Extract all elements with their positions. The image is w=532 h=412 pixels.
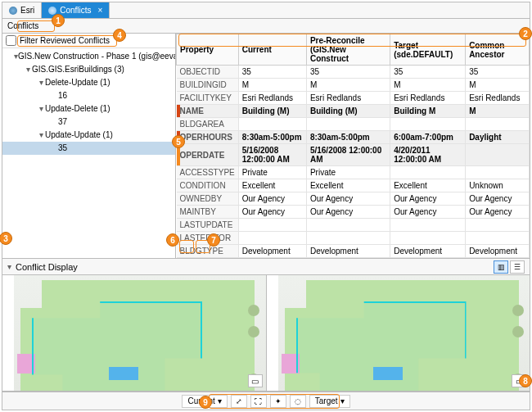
value-cell: Private <box>306 166 390 179</box>
map-right[interactable]: ▭ <box>266 275 530 391</box>
callout-7: 7 <box>207 233 220 247</box>
property-cell: LASTUPDATE <box>177 219 239 232</box>
table-row[interactable]: ACCESSTYPEPrivatePrivate <box>177 166 530 179</box>
value-cell: Our Agency <box>238 206 306 219</box>
value-cell: Esri Redlands <box>390 92 466 105</box>
tree-layer[interactable]: ▾GIS.GIS.EsriBuildings (3) <box>2 63 175 76</box>
value-cell: M <box>306 79 390 92</box>
maps: ▭ ▭ <box>2 275 530 392</box>
value-cell: Building M <box>390 105 466 118</box>
property-cell: OBJECTID <box>177 66 239 79</box>
value-cell <box>390 118 466 131</box>
filter-row: Filter Reviewed Conflicts <box>2 34 175 48</box>
value-cell <box>466 219 530 232</box>
flash-icon[interactable]: ✦ <box>270 395 286 408</box>
table-row[interactable]: FACILITYKEYEsri RedlandsEsri RedlandsEsr… <box>177 92 530 105</box>
value-cell <box>466 144 530 166</box>
value-cell: 5/16/2008 12:00:00 AM <box>306 144 390 166</box>
column-header[interactable]: Pre-Reconcile (GIS.New Construct <box>306 34 390 66</box>
value-cell: M <box>238 79 306 92</box>
callout-1: 1 <box>52 14 65 27</box>
filter-label: Filter Reviewed Conflicts <box>20 36 110 45</box>
value-cell: Our Agency <box>466 192 530 206</box>
table-row[interactable]: LASTUPDATE <box>177 219 530 232</box>
view-toggle-list[interactable]: ☰ <box>510 260 525 274</box>
value-cell <box>390 219 466 232</box>
column-header[interactable]: Property <box>177 34 239 66</box>
value-cell: Our Agency <box>390 206 466 219</box>
conflict-display-header: ▾ Conflict Display ▥ ☰ <box>2 259 530 275</box>
column-header[interactable]: Target (sde.DEFAULT) <box>390 34 466 66</box>
tab-esri[interactable]: Esri <box>2 2 42 18</box>
value-cell: M <box>466 105 530 118</box>
chevron-down-icon[interactable]: ▾ <box>7 262 16 271</box>
value-cell <box>466 232 530 245</box>
tree-leaf[interactable]: 37 <box>2 115 175 129</box>
value-cell: 4/20/2011 12:00:00 AM <box>390 144 466 166</box>
property-cell: FACILITYKEY <box>177 92 239 105</box>
value-cell: Excellent <box>306 179 390 192</box>
property-cell: ACCESSTYPE <box>177 166 239 179</box>
zoom-in-icon[interactable]: ⤢ <box>231 395 247 408</box>
value-cell <box>306 219 390 232</box>
table-row[interactable]: MAINTBYOur AgencyOur AgencyOur AgencyOur… <box>177 206 530 219</box>
map-popup-icon[interactable]: ▭ <box>248 374 263 387</box>
column-header[interactable]: Common Ancestor <box>466 34 530 66</box>
table-row[interactable]: BUILDINGIDMMMM <box>177 79 530 92</box>
value-cell <box>466 166 530 179</box>
table-row[interactable]: OWNEDBYOur AgencyOur AgencyOur AgencyOur… <box>177 192 530 206</box>
clear-icon[interactable]: ◌ <box>290 395 306 408</box>
value-cell: Our Agency <box>306 192 390 206</box>
value-cell: M <box>466 79 530 92</box>
value-cell: M <box>390 79 466 92</box>
chevron-down-icon: ▾ <box>340 396 345 405</box>
value-cell <box>238 219 306 232</box>
globe-icon <box>48 7 56 15</box>
value-cell: Development <box>306 245 390 258</box>
callout-2: 2 <box>519 27 532 40</box>
tree-leaf[interactable]: 16 <box>2 89 175 102</box>
value-cell: Our Agency <box>306 206 390 219</box>
attribute-grid[interactable]: PropertyCurrentPre-Reconcile (GIS.New Co… <box>176 34 530 258</box>
target-dropdown[interactable]: Target ▾ <box>309 395 350 408</box>
value-cell <box>466 118 530 131</box>
value-cell: Unknown <box>466 179 530 192</box>
value-cell: Our Agency <box>466 206 530 219</box>
map-left[interactable]: ▭ <box>2 275 266 391</box>
table-row[interactable]: BLDGAREA <box>177 118 530 131</box>
conflict-display-title: Conflict Display <box>16 262 492 272</box>
value-cell <box>390 166 466 179</box>
value-cell: 35 <box>466 66 530 79</box>
tree-root[interactable]: ▾GIS.New Construction - Phase 1 (gis@eev… <box>2 50 175 63</box>
filter-checkbox[interactable] <box>6 35 16 46</box>
value-cell: Building (M) <box>306 105 390 118</box>
table-row[interactable]: OBJECTID35353535 <box>177 66 530 79</box>
table-row[interactable]: CONDITIONExcellentExcellentExcellentUnkn… <box>177 179 530 192</box>
zoom-full-icon[interactable]: ⛶ <box>250 395 267 408</box>
value-cell <box>238 118 306 131</box>
value-cell: Esri Redlands <box>466 92 530 105</box>
table-row[interactable]: BLDGTYPEDevelopmentDevelopmentDevelopmen… <box>177 245 530 258</box>
table-row[interactable]: OPERHOURS8:30am-5:00pm8:30am-5:00pm6:00a… <box>177 131 530 144</box>
value-cell: Esri Redlands <box>306 92 390 105</box>
column-header[interactable]: Current <box>238 34 306 66</box>
value-cell: Development <box>238 245 306 258</box>
tree-group[interactable]: ▾Update-Update (1) <box>2 129 175 142</box>
table-row[interactable]: LASTEDITOR <box>177 232 530 245</box>
view-toggle-split[interactable]: ▥ <box>494 260 508 274</box>
property-cell: MAINTBY <box>177 206 239 219</box>
value-cell: 6:00am-7:00pm <box>390 131 466 144</box>
tree-group[interactable]: ▾Update-Delete (1) <box>2 102 175 115</box>
value-cell: 35 <box>306 66 390 79</box>
table-row[interactable]: NAMEBuilding (M)Building (M)Building MM <box>177 105 530 118</box>
tree-group[interactable]: ▾Delete-Update (1) <box>2 76 175 89</box>
callout-6: 6 <box>166 233 179 247</box>
property-cell: OWNEDBY <box>177 192 239 206</box>
value-cell: 8:30am-5:00pm <box>306 131 390 144</box>
value-cell: Our Agency <box>390 192 466 206</box>
value-cell <box>306 118 390 131</box>
close-icon[interactable]: × <box>98 6 103 15</box>
tree-leaf-selected[interactable]: 35 <box>2 142 175 155</box>
table-row[interactable]: OPERDATE5/16/2008 12:00:00 AM5/16/2008 1… <box>177 144 530 166</box>
chevron-down-icon: ▾ <box>218 396 222 405</box>
